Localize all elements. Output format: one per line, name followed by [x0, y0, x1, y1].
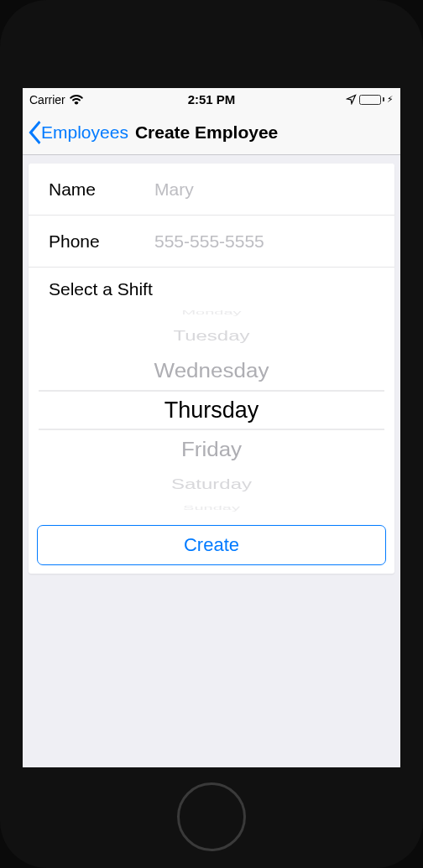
device-frame: Carrier 2:51 PM ⚡︎ [0, 0, 423, 868]
picker-item[interactable]: Monday [181, 309, 241, 315]
charging-icon: ⚡︎ [387, 94, 394, 105]
wifi-icon [69, 94, 84, 105]
status-right: ⚡︎ [346, 94, 394, 105]
create-button-label: Create [184, 534, 239, 556]
carrier-label: Carrier [29, 93, 65, 107]
screen: Carrier 2:51 PM ⚡︎ [23, 88, 400, 767]
phone-label: Phone [49, 231, 154, 252]
nav-title: Create Employee [135, 122, 278, 143]
shift-label: Select a Shift [29, 268, 394, 303]
picker-item[interactable]: Tuesday [173, 325, 249, 346]
picker-track: Monday Tuesday Wednesday Thursday Friday… [29, 304, 394, 516]
battery-icon [359, 95, 384, 105]
picker-item[interactable]: Wednesday [154, 352, 269, 388]
picker-item[interactable]: Sunday [183, 504, 240, 511]
location-icon [346, 94, 357, 105]
form-card: Name Phone Select a Shift Monday Tuesday… [29, 164, 394, 574]
phone-row: Phone [29, 216, 394, 268]
nav-bar: Employees Create Employee [23, 111, 400, 155]
picker-item[interactable]: Saturday [171, 473, 252, 494]
name-input[interactable] [154, 179, 374, 200]
name-label: Name [49, 179, 154, 200]
status-time: 2:51 PM [188, 92, 236, 107]
picker-item-selected[interactable]: Thursday [164, 390, 259, 429]
status-left: Carrier [29, 93, 84, 107]
picker-item[interactable]: Friday [181, 431, 242, 467]
shift-picker[interactable]: Monday Tuesday Wednesday Thursday Friday… [29, 303, 394, 517]
name-row: Name [29, 164, 394, 216]
back-button[interactable]: Employees [28, 121, 128, 144]
phone-input[interactable] [154, 231, 374, 252]
status-bar: Carrier 2:51 PM ⚡︎ [23, 88, 400, 111]
create-button[interactable]: Create [37, 525, 386, 565]
back-label: Employees [41, 122, 128, 143]
home-button[interactable] [177, 782, 246, 851]
